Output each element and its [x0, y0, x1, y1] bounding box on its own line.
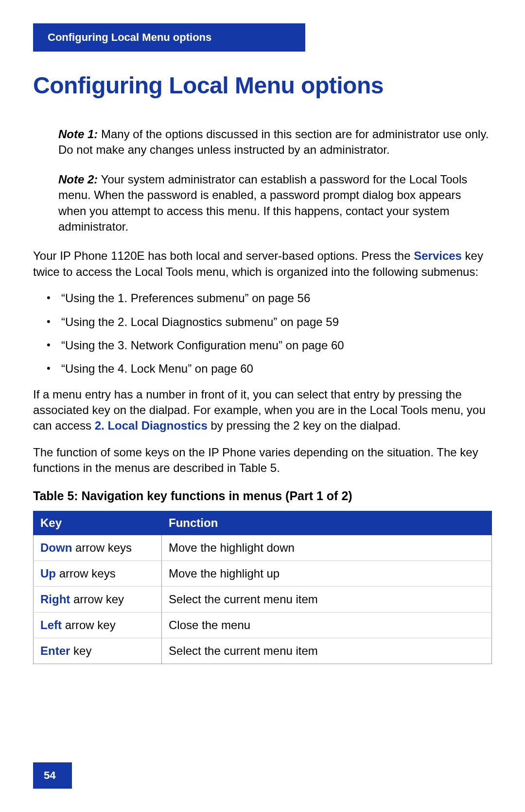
key-rest: arrow key: [70, 593, 124, 606]
table-header-key: Key: [34, 511, 162, 535]
key-name: Enter: [40, 644, 70, 657]
note-2: Note 2: Your system administrator can es…: [58, 172, 492, 235]
table-cell-key: Down arrow keys: [34, 535, 162, 560]
submenu-list: “Using the 1. Preferences submenu” on pa…: [47, 290, 492, 377]
table-cell-function: Close the menu: [162, 612, 492, 638]
dialpad-post: by pressing the 2 key on the dialpad.: [208, 419, 401, 432]
table-cell-function: Select the current menu item: [162, 586, 492, 612]
table-header-row: Key Function: [34, 511, 492, 535]
page-title: Configuring Local Menu options: [33, 72, 384, 99]
key-name: Left: [40, 618, 62, 632]
intro-paragraph: Your IP Phone 1120E has both local and s…: [33, 248, 492, 280]
key-name: Right: [40, 593, 70, 606]
table-cell-function: Move the highlight up: [162, 560, 492, 586]
table-header-function: Function: [162, 511, 492, 535]
key-rest: arrow keys: [56, 567, 116, 580]
key-name: Up: [40, 567, 56, 580]
note-2-text: Your system administrator can establish …: [58, 173, 467, 233]
table-row: Left arrow key Close the menu: [34, 612, 492, 638]
table-cell-function: Select the current menu item: [162, 638, 492, 664]
table-row: Up arrow keys Move the highlight up: [34, 560, 492, 586]
header-tab: Configuring Local Menu options: [33, 23, 305, 52]
key-rest: key: [70, 644, 91, 657]
key-name: Down: [40, 541, 72, 554]
local-diagnostics-keyword: 2. Local Diagnostics: [95, 419, 208, 432]
key-rest: arrow keys: [72, 541, 132, 554]
table-cell-function: Move the highlight down: [162, 535, 492, 560]
table-row: Enter key Select the current menu item: [34, 638, 492, 664]
table-row: Down arrow keys Move the highlight down: [34, 535, 492, 560]
list-item: “Using the 3. Network Configuration menu…: [47, 338, 492, 353]
dialpad-paragraph: If a menu entry has a number in front of…: [33, 387, 492, 434]
intro-pre: Your IP Phone 1120E has both local and s…: [33, 249, 414, 262]
table-cell-key: Right arrow key: [34, 586, 162, 612]
list-item: “Using the 2. Local Diagnostics submenu”…: [47, 314, 492, 330]
navigation-key-table: Key Function Down arrow keys Move the hi…: [33, 511, 492, 664]
page-number: 54: [33, 762, 72, 789]
list-item: “Using the 1. Preferences submenu” on pa…: [47, 290, 492, 306]
list-item: “Using the 4. Lock Menu” on page 60: [47, 361, 492, 377]
page-content: Note 1: Many of the options discussed in…: [33, 126, 492, 664]
note-1-text: Many of the options discussed in this se…: [58, 127, 489, 156]
table-cell-key: Up arrow keys: [34, 560, 162, 586]
key-rest: arrow key: [62, 618, 116, 632]
table-cell-key: Left arrow key: [34, 612, 162, 638]
table-cell-key: Enter key: [34, 638, 162, 664]
function-paragraph: The function of some keys on the IP Phon…: [33, 445, 492, 476]
note-2-label: Note 2:: [58, 173, 98, 186]
table-title: Table 5: Navigation key functions in men…: [33, 489, 492, 503]
services-keyword: Services: [414, 249, 462, 262]
header-tab-title: Configuring Local Menu options: [48, 31, 211, 43]
note-1: Note 1: Many of the options discussed in…: [58, 126, 492, 158]
table-row: Right arrow key Select the current menu …: [34, 586, 492, 612]
note-1-label: Note 1:: [58, 127, 98, 141]
